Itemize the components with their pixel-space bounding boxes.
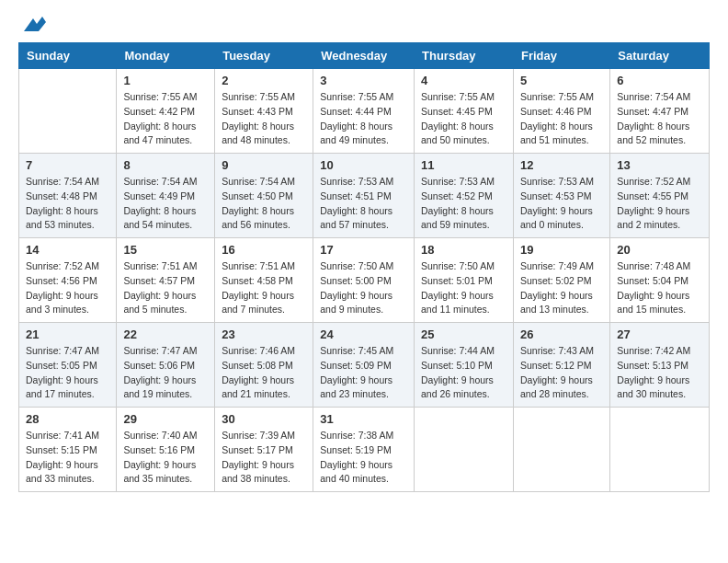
day-cell: 2Sunrise: 7:55 AMSunset: 4:43 PMDaylight… (215, 69, 313, 154)
day-info: Sunrise: 7:52 AMSunset: 4:56 PMDaylight:… (26, 259, 109, 317)
day-cell: 24Sunrise: 7:45 AMSunset: 5:09 PMDayligh… (313, 323, 415, 408)
week-row-5: 28Sunrise: 7:41 AMSunset: 5:15 PMDayligh… (19, 408, 710, 492)
day-info: Sunrise: 7:50 AMSunset: 5:00 PMDaylight:… (320, 259, 407, 317)
day-number: 2 (222, 74, 306, 87)
day-cell: 11Sunrise: 7:53 AMSunset: 4:52 PMDayligh… (415, 154, 514, 238)
day-number: 3 (320, 74, 407, 87)
day-cell: 9Sunrise: 7:54 AMSunset: 4:50 PMDaylight… (215, 154, 313, 238)
day-number: 30 (222, 412, 306, 426)
day-number: 24 (320, 327, 407, 341)
day-cell: 28Sunrise: 7:41 AMSunset: 5:15 PMDayligh… (19, 408, 117, 492)
day-number: 31 (320, 412, 407, 426)
day-number: 28 (26, 412, 109, 426)
day-number: 19 (520, 243, 603, 257)
day-number: 15 (123, 243, 208, 257)
day-cell: 1Sunrise: 7:55 AMSunset: 4:42 PMDaylight… (117, 69, 215, 154)
page: SundayMondayTuesdayWednesdayThursdayFrid… (0, 0, 728, 511)
day-number: 4 (421, 74, 506, 87)
day-info: Sunrise: 7:55 AMSunset: 4:42 PMDaylight:… (123, 90, 208, 148)
day-info: Sunrise: 7:55 AMSunset: 4:44 PMDaylight:… (320, 90, 407, 148)
day-cell: 25Sunrise: 7:44 AMSunset: 5:10 PMDayligh… (415, 323, 514, 408)
day-cell: 15Sunrise: 7:51 AMSunset: 4:57 PMDayligh… (117, 238, 215, 323)
col-header-friday: Friday (513, 43, 609, 69)
col-header-thursday: Thursday (415, 43, 514, 69)
day-info: Sunrise: 7:53 AMSunset: 4:51 PMDaylight:… (320, 175, 407, 233)
logo (18, 18, 46, 29)
day-number: 11 (421, 158, 506, 172)
day-number: 18 (421, 243, 506, 257)
day-cell: 12Sunrise: 7:53 AMSunset: 4:53 PMDayligh… (513, 154, 609, 238)
week-row-2: 7Sunrise: 7:54 AMSunset: 4:48 PMDaylight… (19, 154, 710, 238)
day-cell: 26Sunrise: 7:43 AMSunset: 5:12 PMDayligh… (513, 323, 609, 408)
day-number: 27 (617, 327, 702, 341)
day-cell: 5Sunrise: 7:55 AMSunset: 4:46 PMDaylight… (513, 69, 609, 154)
day-info: Sunrise: 7:47 AMSunset: 5:06 PMDaylight:… (123, 344, 208, 402)
day-info: Sunrise: 7:53 AMSunset: 4:53 PMDaylight:… (520, 175, 603, 233)
day-info: Sunrise: 7:55 AMSunset: 4:45 PMDaylight:… (421, 90, 506, 148)
day-cell: 16Sunrise: 7:51 AMSunset: 4:58 PMDayligh… (215, 238, 313, 323)
day-number: 22 (123, 327, 208, 341)
day-cell (19, 69, 117, 154)
day-info: Sunrise: 7:49 AMSunset: 5:02 PMDaylight:… (520, 259, 603, 317)
day-cell (415, 408, 514, 492)
day-cell: 30Sunrise: 7:39 AMSunset: 5:17 PMDayligh… (215, 408, 313, 492)
day-info: Sunrise: 7:54 AMSunset: 4:48 PMDaylight:… (26, 175, 109, 233)
day-number: 8 (123, 158, 208, 172)
day-number: 10 (320, 158, 407, 172)
day-number: 25 (421, 327, 506, 341)
day-cell: 17Sunrise: 7:50 AMSunset: 5:00 PMDayligh… (313, 238, 415, 323)
day-number: 20 (617, 243, 702, 257)
day-cell: 29Sunrise: 7:40 AMSunset: 5:16 PMDayligh… (117, 408, 215, 492)
week-row-3: 14Sunrise: 7:52 AMSunset: 4:56 PMDayligh… (19, 238, 710, 323)
day-number: 5 (520, 74, 603, 87)
day-cell: 31Sunrise: 7:38 AMSunset: 5:19 PMDayligh… (313, 408, 415, 492)
day-info: Sunrise: 7:46 AMSunset: 5:08 PMDaylight:… (222, 344, 306, 402)
week-row-4: 21Sunrise: 7:47 AMSunset: 5:05 PMDayligh… (19, 323, 710, 408)
day-cell: 18Sunrise: 7:50 AMSunset: 5:01 PMDayligh… (415, 238, 514, 323)
header-row: SundayMondayTuesdayWednesdayThursdayFrid… (19, 43, 710, 69)
day-cell: 10Sunrise: 7:53 AMSunset: 4:51 PMDayligh… (313, 154, 415, 238)
day-info: Sunrise: 7:41 AMSunset: 5:15 PMDaylight:… (26, 429, 109, 487)
day-info: Sunrise: 7:43 AMSunset: 5:12 PMDaylight:… (520, 344, 603, 402)
day-info: Sunrise: 7:53 AMSunset: 4:52 PMDaylight:… (421, 175, 506, 233)
day-info: Sunrise: 7:42 AMSunset: 5:13 PMDaylight:… (617, 344, 702, 402)
day-cell: 21Sunrise: 7:47 AMSunset: 5:05 PMDayligh… (19, 323, 117, 408)
day-cell: 27Sunrise: 7:42 AMSunset: 5:13 PMDayligh… (610, 323, 710, 408)
day-info: Sunrise: 7:51 AMSunset: 4:58 PMDaylight:… (222, 259, 306, 317)
day-number: 12 (520, 158, 603, 172)
day-cell: 23Sunrise: 7:46 AMSunset: 5:08 PMDayligh… (215, 323, 313, 408)
day-cell: 8Sunrise: 7:54 AMSunset: 4:49 PMDaylight… (117, 154, 215, 238)
day-info: Sunrise: 7:47 AMSunset: 5:05 PMDaylight:… (26, 344, 109, 402)
day-number: 16 (222, 243, 306, 257)
day-info: Sunrise: 7:48 AMSunset: 5:04 PMDaylight:… (617, 259, 702, 317)
day-info: Sunrise: 7:45 AMSunset: 5:09 PMDaylight:… (320, 344, 407, 402)
day-info: Sunrise: 7:54 AMSunset: 4:50 PMDaylight:… (222, 175, 306, 233)
day-number: 7 (26, 158, 109, 172)
day-number: 13 (617, 158, 702, 172)
day-cell: 13Sunrise: 7:52 AMSunset: 4:55 PMDayligh… (610, 154, 710, 238)
day-number: 17 (320, 243, 407, 257)
day-number: 26 (520, 327, 603, 341)
col-header-tuesday: Tuesday (215, 43, 313, 69)
day-number: 14 (26, 243, 109, 257)
day-cell: 14Sunrise: 7:52 AMSunset: 4:56 PMDayligh… (19, 238, 117, 323)
day-cell: 4Sunrise: 7:55 AMSunset: 4:45 PMDaylight… (415, 69, 514, 154)
day-cell: 6Sunrise: 7:54 AMSunset: 4:47 PMDaylight… (610, 69, 710, 154)
day-cell: 20Sunrise: 7:48 AMSunset: 5:04 PMDayligh… (610, 238, 710, 323)
header (18, 18, 710, 29)
day-number: 9 (222, 158, 306, 172)
day-info: Sunrise: 7:54 AMSunset: 4:47 PMDaylight:… (617, 90, 702, 148)
day-number: 1 (123, 74, 208, 87)
day-number: 6 (617, 74, 702, 87)
day-info: Sunrise: 7:54 AMSunset: 4:49 PMDaylight:… (123, 175, 208, 233)
week-row-1: 1Sunrise: 7:55 AMSunset: 4:42 PMDaylight… (19, 69, 710, 154)
col-header-saturday: Saturday (610, 43, 710, 69)
day-cell: 22Sunrise: 7:47 AMSunset: 5:06 PMDayligh… (117, 323, 215, 408)
day-info: Sunrise: 7:39 AMSunset: 5:17 PMDaylight:… (222, 429, 306, 487)
day-info: Sunrise: 7:55 AMSunset: 4:46 PMDaylight:… (520, 90, 603, 148)
day-cell: 7Sunrise: 7:54 AMSunset: 4:48 PMDaylight… (19, 154, 117, 238)
day-info: Sunrise: 7:50 AMSunset: 5:01 PMDaylight:… (421, 259, 506, 317)
day-cell (513, 408, 609, 492)
day-number: 23 (222, 327, 306, 341)
col-header-monday: Monday (117, 43, 215, 69)
